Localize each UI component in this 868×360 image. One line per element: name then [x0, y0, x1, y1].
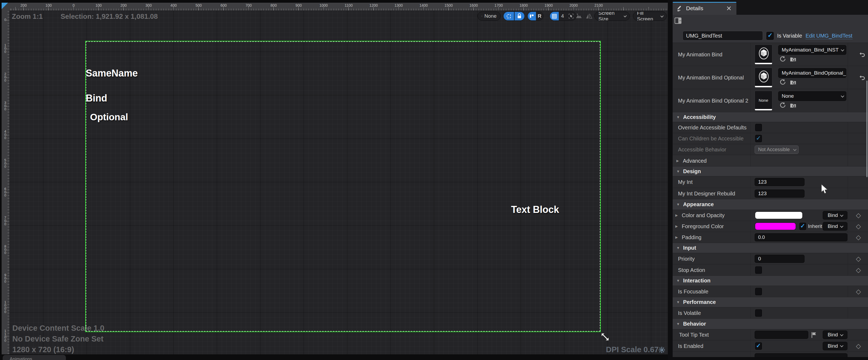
override-accessible-defaults-checkbox[interactable] [755, 124, 762, 131]
canvas-textblock-textblock[interactable]: Text Block [511, 204, 559, 215]
edit-blueprint-link[interactable]: Edit UMG_BindTest [806, 33, 852, 39]
lock-widget-button[interactable] [515, 12, 524, 20]
grid-snap-button[interactable] [550, 12, 559, 20]
dropdown-value: MyAnimation_Bind_INST [782, 47, 839, 53]
inherit-checkbox[interactable]: ✓ [799, 223, 806, 230]
padding-field[interactable]: 0.0 [755, 233, 847, 241]
section-header-design[interactable]: ▼ Design [673, 166, 868, 176]
is-variable-checkbox[interactable]: ✓ [767, 32, 774, 40]
canvas-textblock-optional[interactable]: Optional [90, 112, 128, 122]
section-header-interaction[interactable]: ▼ Interaction [673, 276, 868, 286]
grid-icon [552, 14, 557, 19]
localization-preview-button[interactable]: None [477, 11, 501, 21]
priority-field[interactable]: 0 [755, 255, 805, 263]
property-label: Accessible Behavior [678, 146, 726, 153]
ruler-top-label: 700 [246, 3, 252, 7]
property-label: Padding [682, 234, 701, 241]
section-header-appearance[interactable]: ▼ Appearance [673, 199, 868, 210]
triangle-right-icon[interactable]: ▶ [675, 224, 678, 228]
use-selected-asset-icon[interactable] [779, 56, 786, 62]
reset-to-default-icon[interactable] [859, 51, 866, 58]
section-header-performance[interactable]: ▼ Performance [673, 297, 868, 307]
localize-flag-icon[interactable] [811, 332, 817, 338]
accessible-behavior-dropdown[interactable]: Not Accessible [755, 145, 799, 154]
tool-tip-text-bind-dropdown[interactable]: Bind [823, 330, 847, 339]
ruler-left-label: 200 [3, 72, 7, 82]
ruler-top-label: 100 [45, 3, 52, 7]
color-and-opacity-bind-dropdown[interactable]: Bind [823, 211, 847, 220]
use-selected-asset-icon[interactable] [779, 102, 786, 109]
thumbnail-color-bar [755, 109, 772, 110]
zoom-indicator: Zoom 1:1 [12, 12, 43, 21]
preview-background-icon[interactable] [576, 12, 582, 20]
triangle-right-icon[interactable]: ▶ [675, 236, 678, 239]
screen-size-dropdown[interactable]: Screen Size [594, 11, 630, 21]
details-scrollbar[interactable] [866, 81, 867, 177]
reset-diamond-icon[interactable]: ◇ [856, 255, 861, 262]
asset-thumbnail[interactable] [755, 45, 772, 64]
grid-snap-group[interactable]: 4 [550, 11, 577, 21]
section-header-behavior[interactable]: ▼ Behavior [673, 319, 868, 329]
show-outlines-button[interactable] [528, 12, 536, 20]
dpi-settings-gear-icon[interactable] [658, 346, 665, 354]
reset-diamond-icon[interactable]: ◇ [856, 342, 861, 350]
details-header-area: UMG_BindTest ✓ Is Variable Edit UMG_Bind… [673, 15, 868, 43]
chevron-down-icon [624, 14, 627, 18]
reset-diamond-icon[interactable]: ◇ [856, 266, 861, 274]
check-icon: ✓ [756, 342, 761, 349]
advanced-expander-row[interactable]: ▶ Advanced [673, 155, 868, 166]
is-enabled-checkbox[interactable]: ✓ [755, 342, 762, 350]
chevron-down-icon [841, 94, 844, 98]
selection-outline[interactable] [85, 41, 601, 332]
my-int-field[interactable]: 123 [755, 178, 805, 186]
tab-details[interactable]: Details [673, 2, 737, 15]
is-volatile-checkbox[interactable] [755, 309, 762, 316]
reset-diamond-icon[interactable]: ◇ [856, 223, 861, 230]
animation-asset-dropdown[interactable]: None [778, 91, 846, 101]
is-focusable-checkbox[interactable] [755, 288, 762, 295]
browse-to-asset-icon[interactable] [790, 56, 797, 62]
property-row-clipped: Bind [673, 352, 868, 357]
flip-preview-icon[interactable] [586, 12, 592, 20]
ruler-top-label: 200 [20, 3, 27, 7]
marquee-select-button[interactable] [503, 12, 514, 20]
reset-diamond-icon[interactable]: ◇ [856, 233, 861, 241]
property-label: My Animation Bind Optional [678, 74, 744, 81]
fill-screen-dropdown[interactable]: Fill Screen [633, 11, 667, 21]
reset-diamond-icon[interactable]: ◇ [856, 212, 861, 219]
animation-asset-dropdown[interactable]: MyAnimation_Bind_INST [778, 45, 846, 55]
dropdown-value: None [782, 93, 794, 99]
browse-to-asset-icon[interactable] [790, 102, 797, 109]
respect-locks-button[interactable]: R [536, 12, 543, 20]
triangle-down-icon: ▼ [676, 322, 680, 326]
outline-mode-group[interactable]: R [527, 11, 544, 21]
use-selected-asset-icon[interactable] [779, 79, 786, 86]
color-and-opacity-swatch[interactable] [755, 212, 803, 219]
tab-animations[interactable]: Animations [3, 355, 66, 360]
ruler-top-label: 1400 [420, 3, 428, 7]
can-children-be-accessible-checkbox[interactable]: ✓ [755, 135, 762, 142]
asset-thumbnail-none[interactable]: None [755, 91, 772, 111]
stop-action-checkbox[interactable] [755, 266, 762, 274]
is-enabled-bind-dropdown[interactable]: Bind [823, 342, 847, 350]
grid-snap-size[interactable]: 4 [559, 12, 566, 20]
triangle-right-icon[interactable]: ▶ [675, 214, 678, 217]
cursor-select-mode-button[interactable] [566, 12, 576, 20]
section-header-accessibility[interactable]: ▼ Accessibility [673, 112, 868, 122]
my-int-designer-rebuild-field[interactable]: 123 [755, 190, 805, 198]
resolution-text: 1280 x 720 (16:9) [12, 345, 74, 354]
section-header-input[interactable]: ▼ Input [673, 243, 868, 253]
animation-asset-dropdown[interactable]: MyAnimation_BindOptional_I [778, 68, 846, 78]
selection-lock-toggle-group[interactable] [503, 11, 525, 21]
reset-diamond-icon[interactable]: ◇ [856, 288, 861, 295]
foreground-color-bind-dropdown[interactable]: Bind [823, 222, 847, 230]
reset-to-default-icon[interactable] [859, 74, 866, 81]
canvas-textblock-bind[interactable]: Bind [86, 93, 107, 104]
asset-thumbnail[interactable] [755, 68, 772, 87]
tool-tip-text-field[interactable] [755, 331, 808, 339]
foreground-color-swatch[interactable] [755, 223, 796, 230]
canvas-textblock-samename[interactable]: SameName [86, 68, 138, 79]
widget-name-field[interactable]: UMG_BindTest [683, 31, 763, 40]
browse-to-asset-icon[interactable] [790, 79, 797, 86]
close-icon[interactable] [727, 6, 731, 10]
